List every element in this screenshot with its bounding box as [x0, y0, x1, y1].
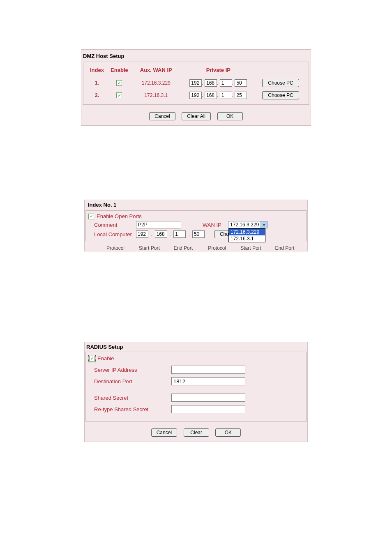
endport-header: End Port — [270, 245, 299, 251]
radius-enable-checkbox[interactable]: ✓ — [89, 356, 95, 362]
wanip-option[interactable]: 172.16.3.1 — [229, 235, 265, 242]
enable-openports-label: Enable Open Ports — [97, 213, 142, 219]
choose-pc-button[interactable]: Choose PC — [262, 79, 299, 87]
dmz-private-ip-group: . . . — [182, 77, 255, 89]
radius-title: RADIUS Setup — [85, 342, 307, 352]
dmz-row: 2. ✓ 172.16.3.1 . . . Choose PC — [87, 90, 305, 101]
ip-octet-input[interactable] — [189, 79, 202, 87]
dmz-col-enable: Enable — [108, 65, 131, 76]
destination-port-input[interactable] — [171, 377, 245, 385]
comment-label: Comment — [88, 222, 134, 228]
protocol-header: Protocol — [101, 245, 130, 251]
ok-button[interactable]: OK — [215, 428, 241, 437]
clear-button[interactable]: Clear — [184, 428, 209, 437]
wanip-dropdown: 172.16.3.229 172.16.3.1 — [228, 228, 265, 242]
ip-octet-input[interactable] — [192, 230, 205, 238]
dmz-panel: DMZ Host Setup Index Enable Aux. WAN IP … — [81, 49, 311, 126]
protocol-header: Protocol — [203, 245, 231, 251]
dmz-actions: Cancel Clear All OK — [81, 106, 311, 125]
clear-all-button[interactable]: Clear All — [182, 112, 211, 120]
local-computer-label: Local Computer — [88, 231, 134, 237]
chevron-down-icon: ▾ — [261, 221, 267, 228]
dmz-col-auxwan: Aux. WAN IP — [131, 65, 181, 76]
ip-octet-input[interactable] — [220, 92, 232, 99]
dmz-col-private: Private IP — [182, 65, 255, 76]
retype-shared-secret-input[interactable] — [171, 405, 245, 413]
dmz-row-index: 1. — [87, 77, 107, 89]
wanip-select[interactable]: 172.16.3.229 ▾ 172.16.3.229 172.16.3.1 — [228, 221, 267, 228]
ip-octet-input[interactable] — [205, 79, 217, 87]
dmz-enable-checkbox[interactable]: ✓ — [116, 92, 122, 98]
radius-actions: Cancel Clear OK — [85, 423, 307, 442]
cancel-button[interactable]: Cancel — [151, 428, 177, 437]
startport-header: Start Port — [237, 245, 265, 251]
server-ip-label: Server IP Address — [89, 367, 171, 373]
ip-octet-input[interactable] — [220, 79, 232, 87]
dmz-auxwan-value: 172.16.3.1 — [131, 90, 181, 101]
server-ip-input[interactable] — [171, 366, 245, 374]
choose-pc-button[interactable]: Choose PC — [262, 91, 299, 99]
radius-body: ✓ Enable Server IP Address Destination P… — [85, 352, 307, 422]
dmz-title: DMZ Host Setup — [81, 50, 311, 61]
startport-header: Start Port — [135, 245, 164, 251]
openports-body: ✓ Enable Open Ports Comment WAN IP 172.1… — [85, 210, 307, 241]
endport-header: End Port — [169, 245, 198, 251]
shared-secret-input[interactable] — [171, 394, 245, 402]
dmz-enable-checkbox[interactable]: ✓ — [116, 80, 122, 86]
port-header-row: Protocol Start Port End Port Protocol St… — [85, 242, 307, 251]
server-ip-row: Server IP Address — [89, 364, 303, 375]
ip-octet-input[interactable] — [205, 92, 217, 99]
wanip-selected-value: 172.16.3.229 — [228, 221, 261, 228]
ok-button[interactable]: OK — [217, 112, 243, 120]
ip-octet-input[interactable] — [173, 230, 186, 238]
retype-shared-secret-label: Re-type Shared Secret — [89, 406, 171, 412]
wanip-label: WAN IP — [203, 222, 226, 228]
radius-panel: RADIUS Setup ✓ Enable Server IP Address … — [84, 342, 308, 442]
radius-enable-row: ✓ Enable — [89, 355, 303, 364]
dmz-auxwan-value: 172.16.3.229 — [131, 77, 181, 89]
dmz-inner: Index Enable Aux. WAN IP Private IP 1. ✓… — [83, 62, 309, 105]
dmz-col-index: Index — [87, 65, 107, 76]
openports-enable-row: ✓ Enable Open Ports — [88, 212, 304, 220]
openports-title: Index No. 1 — [85, 200, 307, 210]
ip-octet-input[interactable] — [189, 92, 202, 99]
shared-secret-label: Shared Secret — [89, 395, 171, 401]
comment-input[interactable] — [136, 221, 181, 228]
dmz-private-ip-group: . . . — [182, 90, 255, 101]
ip-octet-input[interactable] — [235, 79, 247, 87]
dmz-row-index: 2. — [87, 90, 107, 101]
shared-secret-row: Shared Secret — [89, 392, 303, 403]
ip-octet-input[interactable] — [155, 230, 167, 238]
comment-row: Comment WAN IP 172.16.3.229 ▾ 172.16.3.2… — [88, 220, 304, 229]
retype-shared-secret-row: Re-type Shared Secret — [89, 403, 303, 415]
wanip-option[interactable]: 172.16.3.229 — [229, 229, 265, 235]
enable-openports-checkbox[interactable]: ✓ — [88, 214, 94, 219]
localcomputer-row: Local Computer . . . Choose IP — [88, 229, 304, 239]
destination-port-row: Destination Port — [89, 375, 303, 387]
ip-octet-input[interactable] — [136, 230, 148, 238]
openports-panel: Index No. 1 ✓ Enable Open Ports Comment … — [84, 200, 308, 251]
cancel-button[interactable]: Cancel — [149, 112, 175, 120]
dmz-row: 1. ✓ 172.16.3.229 . . . Choose PC — [87, 77, 305, 89]
ip-octet-input[interactable] — [235, 92, 247, 99]
destination-port-label: Destination Port — [89, 378, 171, 385]
radius-enable-label: Enable — [97, 355, 114, 362]
